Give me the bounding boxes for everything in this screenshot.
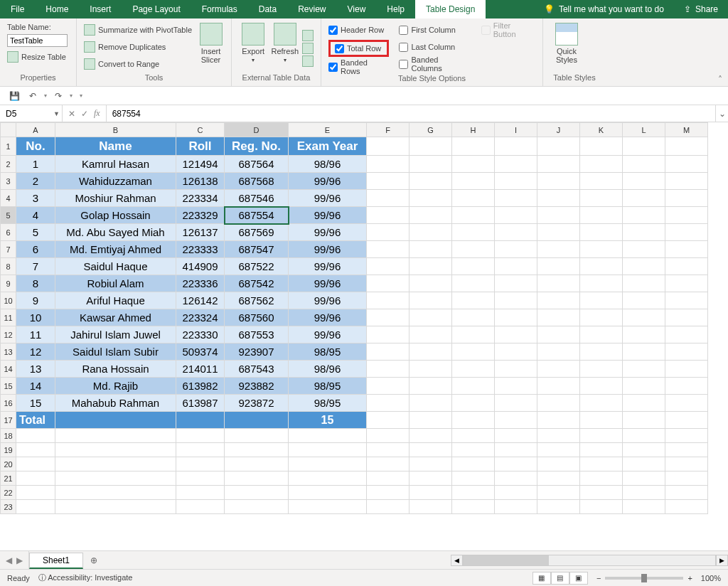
empty-cell[interactable] [580,486,623,500]
empty-cell[interactable] [452,137,495,156]
table-cell[interactable]: 99/96 [289,275,367,292]
column-header[interactable]: I [495,123,537,137]
empty-cell[interactable] [55,443,176,457]
empty-cell[interactable] [580,472,623,486]
empty-cell[interactable] [537,137,580,156]
empty-cell[interactable] [367,361,410,378]
table-cell[interactable]: 687547 [225,241,289,258]
table-cell[interactable]: 687564 [225,156,289,173]
menu-data[interactable]: Data [248,0,287,18]
column-header[interactable]: D [225,123,289,137]
total-row-cell[interactable]: 15 [289,412,367,429]
empty-cell[interactable] [495,429,537,443]
empty-cell[interactable] [452,429,495,443]
undo-button[interactable]: ↶ [26,89,40,103]
quick-styles-button[interactable]: Quick Styles [550,23,583,73]
zoom-track[interactable] [605,577,683,580]
empty-cell[interactable] [580,207,623,224]
row-header[interactable]: 11 [1,309,16,326]
convert-range-button[interactable]: Convert to Range [84,57,192,71]
empty-cell[interactable] [665,207,708,224]
table-cell[interactable]: 121494 [176,156,225,173]
empty-cell[interactable] [495,443,537,457]
page-break-view-button[interactable]: ▣ [569,572,588,585]
row-header[interactable]: 17 [1,412,16,429]
empty-cell[interactable] [289,429,367,443]
empty-cell[interactable] [410,457,452,472]
empty-cell[interactable] [665,137,708,156]
remove-duplicates-button[interactable]: Remove Duplicates [84,40,192,54]
table-cell[interactable]: 687522 [225,258,289,275]
empty-cell[interactable] [537,343,580,361]
empty-cell[interactable] [452,486,495,500]
row-header[interactable]: 3 [1,173,16,190]
empty-cell[interactable] [623,378,665,395]
empty-cell[interactable] [16,457,55,472]
row-header[interactable]: 21 [1,472,16,486]
table-cell[interactable]: 687546 [225,190,289,207]
table-cell[interactable]: 414909 [176,258,225,275]
row-header[interactable]: 14 [1,361,16,378]
empty-cell[interactable] [665,275,708,292]
empty-cell[interactable] [665,412,708,429]
empty-cell[interactable] [580,343,623,361]
table-cell[interactable]: 99/96 [289,258,367,275]
share-button[interactable]: ⇪ Share [674,0,728,18]
empty-cell[interactable] [580,224,623,241]
empty-cell[interactable] [410,156,452,173]
empty-cell[interactable] [537,258,580,275]
empty-cell[interactable] [176,500,225,514]
table-cell[interactable]: 923882 [225,378,289,395]
empty-cell[interactable] [410,224,452,241]
empty-cell[interactable] [495,137,537,156]
sheet-nav-prev-icon[interactable]: ◀ [6,555,12,565]
empty-cell[interactable] [452,258,495,275]
empty-cell[interactable] [16,429,55,443]
scroll-right-button[interactable]: ▶ [716,555,728,566]
empty-cell[interactable] [225,500,289,514]
row-header[interactable]: 4 [1,190,16,207]
empty-cell[interactable] [665,173,708,190]
row-header[interactable]: 20 [1,457,16,472]
empty-cell[interactable] [623,343,665,361]
empty-cell[interactable] [580,137,623,156]
table-cell[interactable]: Md. Emtiyaj Ahmed [55,241,176,258]
empty-cell[interactable] [410,241,452,258]
page-layout-view-button[interactable]: ▤ [551,572,569,585]
empty-cell[interactable] [452,207,495,224]
empty-cell[interactable] [452,241,495,258]
table-cell[interactable]: Robiul Alam [55,275,176,292]
zoom-slider[interactable]: − + [596,574,692,582]
empty-cell[interactable] [367,309,410,326]
empty-cell[interactable] [665,258,708,275]
empty-cell[interactable] [580,395,623,412]
column-header[interactable]: J [537,123,580,137]
empty-cell[interactable] [367,472,410,486]
empty-cell[interactable] [55,472,176,486]
row-header[interactable]: 13 [1,343,16,361]
table-cell[interactable]: 687560 [225,309,289,326]
empty-cell[interactable] [495,292,537,309]
empty-cell[interactable] [176,472,225,486]
empty-cell[interactable] [495,412,537,429]
table-cell[interactable]: 12 [16,343,55,361]
resize-table-button[interactable]: Resize Table [7,50,68,64]
horizontal-scrollbar[interactable]: ◀ ▶ [451,551,728,569]
empty-cell[interactable] [537,241,580,258]
empty-cell[interactable] [495,378,537,395]
empty-cell[interactable] [452,275,495,292]
normal-view-button[interactable]: ▦ [532,572,551,585]
empty-cell[interactable] [495,457,537,472]
empty-cell[interactable] [55,500,176,514]
empty-cell[interactable] [495,309,537,326]
empty-cell[interactable] [452,156,495,173]
table-cell[interactable]: 214011 [176,361,225,378]
total-row-cell[interactable] [55,412,176,429]
empty-cell[interactable] [580,190,623,207]
table-name-input[interactable] [7,34,68,47]
cancel-formula-icon[interactable]: ✕ [68,109,75,119]
empty-cell[interactable] [225,457,289,472]
empty-cell[interactable] [537,395,580,412]
empty-cell[interactable] [580,258,623,275]
zoom-level[interactable]: 100% [701,574,721,582]
